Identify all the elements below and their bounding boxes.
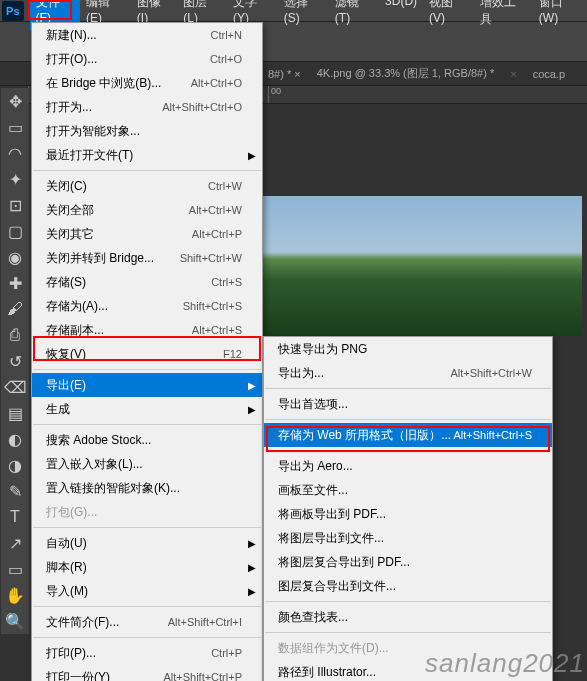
toolbox: ✥▭◠✦⊡▢◉✚🖌⎙↺⌫▤◐◑✎T↗▭✋🔍 xyxy=(1,88,29,634)
file-menu-item-21[interactable]: 置入链接的智能对象(K)... xyxy=(32,476,262,500)
menubar-item-8[interactable]: 视图(V) xyxy=(423,0,474,31)
file-menu-item-2[interactable]: 在 Bridge 中浏览(B)...Alt+Ctrl+O xyxy=(32,71,262,95)
tab-3[interactable]: coca.p xyxy=(525,64,573,84)
menubar-item-10[interactable]: 窗口(W) xyxy=(533,0,587,31)
tool-eraser[interactable]: ⌫ xyxy=(1,374,29,400)
export-menu-item-5[interactable]: 存储为 Web 所用格式（旧版）...Alt+Shift+Ctrl+S xyxy=(264,423,552,447)
tool-wand[interactable]: ✦ xyxy=(1,166,29,192)
file-menu-item-26[interactable]: 导入(M)▶ xyxy=(32,579,262,603)
export-menu-label-1: 导出为... xyxy=(278,365,450,382)
file-menu-shortcut-12: Shift+Ctrl+S xyxy=(183,300,242,312)
export-menu-item-1[interactable]: 导出为...Alt+Shift+Ctrl+W xyxy=(264,361,552,385)
export-menu-item-17[interactable]: 路径到 Illustrator... xyxy=(264,660,552,681)
file-menu-label-11: 存储(S) xyxy=(46,274,211,291)
export-menu-item-10[interactable]: 将图层导出到文件... xyxy=(264,526,552,550)
menubar-item-6[interactable]: 滤镜(T) xyxy=(329,0,379,31)
export-menu-item-14[interactable]: 颜色查找表... xyxy=(264,605,552,629)
tool-dodge[interactable]: ◑ xyxy=(1,452,29,478)
tool-stamp[interactable]: ⎙ xyxy=(1,322,29,348)
file-menu-shortcut-10: Shift+Ctrl+W xyxy=(180,252,242,264)
file-menu-item-11[interactable]: 存储(S)Ctrl+S xyxy=(32,270,262,294)
file-menu-label-3: 打开为... xyxy=(46,99,162,116)
menubar-item-9[interactable]: 增效工具 xyxy=(474,0,533,31)
tool-brush[interactable]: 🖌 xyxy=(1,296,29,322)
submenu-arrow-icon: ▶ xyxy=(248,586,256,597)
file-menu-shortcut-14: F12 xyxy=(223,348,242,360)
file-menu-shortcut-7: Ctrl+W xyxy=(208,180,242,192)
file-menu-shortcut-28: Alt+Shift+Ctrl+I xyxy=(168,616,242,628)
file-menu-item-0[interactable]: 新建(N)...Ctrl+N xyxy=(32,23,262,47)
file-menu-shortcut-13: Alt+Ctrl+S xyxy=(192,324,242,336)
file-menu-item-9[interactable]: 关闭其它Alt+Ctrl+P xyxy=(32,222,262,246)
tool-gradient[interactable]: ▤ xyxy=(1,400,29,426)
tool-type[interactable]: T xyxy=(1,504,29,530)
ps-logo: Ps xyxy=(2,1,24,21)
file-menu-item-13[interactable]: 存储副本...Alt+Ctrl+S xyxy=(32,318,262,342)
tool-rect[interactable]: ▭ xyxy=(1,556,29,582)
submenu-arrow-icon: ▶ xyxy=(248,150,256,161)
export-menu-label-17: 路径到 Illustrator... xyxy=(278,664,532,681)
file-menu-shortcut-9: Alt+Ctrl+P xyxy=(192,228,242,240)
export-menu-item-9[interactable]: 将画板导出到 PDF... xyxy=(264,502,552,526)
file-menu-shortcut-11: Ctrl+S xyxy=(211,276,242,288)
canvas-image[interactable] xyxy=(262,196,582,336)
export-menu-label-10: 将图层导出到文件... xyxy=(278,530,532,547)
file-menu-item-4[interactable]: 打开为智能对象... xyxy=(32,119,262,143)
file-menu-item-30[interactable]: 打印(P)...Ctrl+P xyxy=(32,641,262,665)
file-menu-item-10[interactable]: 关闭并转到 Bridge...Shift+Ctrl+W xyxy=(32,246,262,270)
file-menu-shortcut-1: Ctrl+O xyxy=(210,53,242,65)
tool-lasso[interactable]: ◠ xyxy=(1,140,29,166)
tool-move[interactable]: ✥ xyxy=(1,88,29,114)
file-menu-item-8[interactable]: 关闭全部Alt+Ctrl+W xyxy=(32,198,262,222)
file-menu-item-28[interactable]: 文件简介(F)...Alt+Shift+Ctrl+I xyxy=(32,610,262,634)
file-menu-item-14[interactable]: 恢复(V)F12 xyxy=(32,342,262,366)
tool-history[interactable]: ↺ xyxy=(1,348,29,374)
file-menu-item-1[interactable]: 打开(O)...Ctrl+O xyxy=(32,47,262,71)
tab-1[interactable]: 8#) * × xyxy=(260,64,309,84)
tool-hand[interactable]: ✋ xyxy=(1,582,29,608)
file-menu-item-31[interactable]: 打印一份(Y)Alt+Shift+Ctrl+P xyxy=(32,665,262,681)
file-menu-label-26: 导入(M) xyxy=(46,583,242,600)
export-menu-item-12[interactable]: 图层复合导出到文件... xyxy=(264,574,552,598)
file-menu-item-5[interactable]: 最近打开文件(T)▶ xyxy=(32,143,262,167)
file-menu-shortcut-8: Alt+Ctrl+W xyxy=(189,204,242,216)
tool-eyedrop[interactable]: ◉ xyxy=(1,244,29,270)
tool-path[interactable]: ↗ xyxy=(1,530,29,556)
file-menu-item-12[interactable]: 存储为(A)...Shift+Ctrl+S xyxy=(32,294,262,318)
export-menu-item-11[interactable]: 将图层复合导出到 PDF... xyxy=(264,550,552,574)
tool-blur[interactable]: ◐ xyxy=(1,426,29,452)
tool-crop[interactable]: ⊡ xyxy=(1,192,29,218)
tool-marquee[interactable]: ▭ xyxy=(1,114,29,140)
tool-heal[interactable]: ✚ xyxy=(1,270,29,296)
menubar-item-7[interactable]: 3D(D) xyxy=(379,0,423,31)
file-menu-label-5: 最近打开文件(T) xyxy=(46,147,242,164)
export-menu-item-7[interactable]: 导出为 Aero... xyxy=(264,454,552,478)
export-menu-label-9: 将画板导出到 PDF... xyxy=(278,506,532,523)
file-menu-item-17[interactable]: 生成▶ xyxy=(32,397,262,421)
tab-close-icon[interactable]: × xyxy=(502,64,524,84)
export-menu-item-8[interactable]: 画板至文件... xyxy=(264,478,552,502)
file-menu-item-19[interactable]: 搜索 Adobe Stock... xyxy=(32,428,262,452)
file-menu-shortcut-0: Ctrl+N xyxy=(211,29,242,41)
menubar-item-5[interactable]: 选择(S) xyxy=(278,0,329,31)
file-menu-shortcut-30: Ctrl+P xyxy=(211,647,242,659)
file-menu-item-25[interactable]: 脚本(R)▶ xyxy=(32,555,262,579)
file-menu-label-16: 导出(E) xyxy=(46,377,242,394)
export-menu-label-7: 导出为 Aero... xyxy=(278,458,532,475)
file-menu-item-24[interactable]: 自动(U)▶ xyxy=(32,531,262,555)
file-menu-item-20[interactable]: 置入嵌入对象(L)... xyxy=(32,452,262,476)
tool-zoom[interactable]: 🔍 xyxy=(1,608,29,634)
export-menu-item-0[interactable]: 快速导出为 PNG xyxy=(264,337,552,361)
file-menu-label-7: 关闭(C) xyxy=(46,178,208,195)
tool-frame[interactable]: ▢ xyxy=(1,218,29,244)
export-menu-item-3[interactable]: 导出首选项... xyxy=(264,392,552,416)
tab-2[interactable]: 4K.png @ 33.3% (图层 1, RGB/8#) * xyxy=(309,62,502,85)
tool-pen[interactable]: ✎ xyxy=(1,478,29,504)
file-menu-item-3[interactable]: 打开为...Alt+Shift+Ctrl+O xyxy=(32,95,262,119)
file-menu-label-21: 置入链接的智能对象(K)... xyxy=(46,480,242,497)
file-menu-item-7[interactable]: 关闭(C)Ctrl+W xyxy=(32,174,262,198)
export-menu-label-0: 快速导出为 PNG xyxy=(278,341,532,358)
submenu-arrow-icon: ▶ xyxy=(248,404,256,415)
export-submenu: 快速导出为 PNG导出为...Alt+Shift+Ctrl+W导出首选项...存… xyxy=(263,336,553,681)
file-menu-item-16[interactable]: 导出(E)▶ xyxy=(32,373,262,397)
